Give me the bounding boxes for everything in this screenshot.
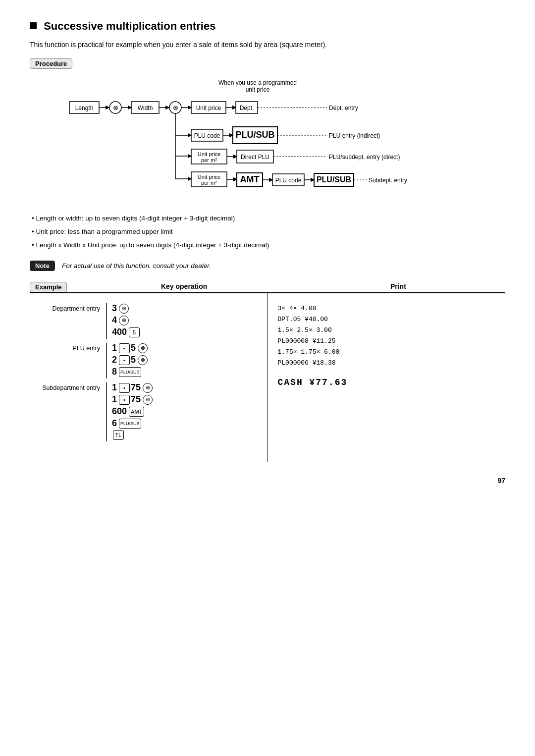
ko-num-3: 3	[112, 303, 117, 314]
svg-text:per m²: per m²	[201, 157, 217, 163]
subdept-row-2: 1 • 75 ⊗	[112, 394, 154, 405]
ko-num-75a: 75	[131, 382, 141, 393]
bullet-3: • Length x Width x Unit price: up to sev…	[32, 238, 505, 252]
svg-text:When you use a programmed: When you use a programmed	[218, 79, 297, 86]
subdept-row-4: 6 PLU/SUB	[112, 418, 142, 429]
ko-num-2a: 2	[112, 355, 117, 365]
subdept-row-1: 1 • 75 ⊗	[112, 382, 154, 393]
svg-text:Subdept. entry: Subdept. entry	[369, 177, 407, 184]
print-receipt: 3× 4× 4.00 DPT.05 ¥48.00 1.5× 2.5× 3.00 …	[278, 303, 496, 390]
ko-multiply-5: ⊗	[143, 383, 153, 393]
ko-dot-1: •	[119, 343, 130, 353]
ko-num-400: 400	[112, 327, 127, 337]
svg-text:PLU code: PLU code	[194, 132, 220, 139]
ko-dot-3: •	[119, 383, 130, 393]
subdept-entry-brace: 1 • 75 ⊗ 1 • 75 ⊗ 600 AMT	[106, 382, 154, 441]
svg-text:PLU/SUB: PLU/SUB	[235, 130, 274, 140]
example-body: Department entry 3 ⊗ 4 ⊗ 400 5	[30, 293, 505, 462]
ko-num-1b: 1	[112, 382, 117, 393]
print-line-4: PL000008 ¥11.25	[278, 336, 496, 347]
svg-text:Unit price: Unit price	[198, 174, 220, 180]
ko-key-plusub: PLU/SUB	[119, 367, 141, 377]
plu-entry-group: PLU entry 1 • 5 ⊗ 2 • 5 ⊗ 8	[40, 343, 258, 378]
ko-dot-4: •	[119, 395, 130, 405]
procedure-diagram: When you use a programmed unit price Len…	[64, 76, 471, 200]
dept-entry-group: Department entry 3 ⊗ 4 ⊗ 400 5	[40, 303, 258, 339]
page-title: Successive multiplication entries	[30, 20, 505, 33]
key-op-header: Key operation	[77, 282, 291, 292]
plu-entry-label: PLU entry	[40, 343, 104, 352]
print-line-6: PL000006 ¥18.38	[278, 358, 496, 369]
plu-row-3: 8 PLU/SUB	[112, 367, 142, 377]
print-total-line: CASH ¥77.63	[278, 375, 496, 390]
ko-multiply-4: ⊗	[138, 355, 148, 365]
example-header: Example Key operation Print	[30, 282, 505, 293]
dept-entry-label: Department entry	[40, 303, 104, 312]
diagram-area: When you use a programmed unit price Len…	[30, 76, 505, 200]
print-line-5: 1.75× 1.75× 6.00	[278, 347, 496, 358]
ko-multiply-2: ⊗	[119, 316, 129, 325]
svg-text:⊗: ⊗	[173, 104, 178, 111]
key-op-col: Department entry 3 ⊗ 4 ⊗ 400 5	[30, 293, 268, 462]
intro-text: This function is practical for example w…	[30, 41, 505, 49]
svg-text:AMT: AMT	[240, 174, 260, 184]
ko-num-5a: 5	[131, 343, 136, 353]
ko-num-75b: 75	[131, 394, 141, 405]
ko-num-1c: 1	[112, 394, 117, 405]
svg-text:PLU/SUB: PLU/SUB	[317, 175, 351, 184]
print-line-3: 1.5× 2.5× 3.00	[278, 325, 496, 336]
print-line-2: DPT.05 ¥48.00	[278, 314, 496, 325]
dept-row-2: 4 ⊗	[112, 315, 130, 325]
svg-text:Width: Width	[138, 105, 153, 111]
note-row: Note For actual use of this function, co…	[30, 261, 505, 271]
bullet-notes: • Length or width: up to seven digits (4…	[30, 212, 505, 252]
ko-key-plusub2: PLU/SUB	[119, 419, 141, 429]
dept-row-3: 400 5	[112, 327, 141, 337]
ko-num-6: 6	[112, 418, 117, 429]
subdept-entry-label: Subdepartment entry	[40, 382, 104, 391]
bullet-2: • Unit price: less than a programmed upp…	[32, 225, 505, 238]
svg-text:Dept.: Dept.	[240, 105, 254, 111]
ko-multiply-3: ⊗	[138, 343, 148, 353]
plu-row-1: 1 • 5 ⊗	[112, 343, 149, 353]
note-badge: Note	[30, 261, 55, 271]
print-header: Print	[291, 282, 505, 292]
subdept-row-5: TL	[112, 430, 125, 440]
ko-key-tl: TL	[113, 430, 124, 440]
print-line-blank	[278, 369, 496, 375]
subdept-entry-group: Subdepartment entry 1 • 75 ⊗ 1 • 75 ⊗	[40, 382, 258, 441]
ko-key-5-dept: 5	[129, 327, 140, 337]
procedure-badge: Procedure	[30, 58, 72, 69]
svg-text:Unit price: Unit price	[198, 151, 220, 157]
ko-num-4: 4	[112, 315, 117, 325]
ko-dot-2: •	[119, 355, 130, 365]
ko-num-600: 600	[112, 406, 127, 417]
svg-text:PLU/subdept. entry (direct): PLU/subdept. entry (direct)	[329, 154, 400, 161]
title-square-icon	[30, 22, 37, 29]
subdept-row-3: 600 AMT	[112, 406, 145, 417]
svg-text:per m²: per m²	[201, 180, 217, 186]
svg-text:unit price: unit price	[246, 86, 270, 93]
dept-row-1: 3 ⊗	[112, 303, 130, 314]
dept-entry-brace: 3 ⊗ 4 ⊗ 400 5	[106, 303, 141, 339]
ko-multiply-1: ⊗	[119, 304, 129, 314]
ko-key-amt: AMT	[129, 407, 144, 417]
note-text: For actual use of this function, consult…	[62, 262, 211, 270]
svg-text:Length: Length	[75, 105, 94, 111]
title-text: Successive multiplication entries	[44, 20, 215, 32]
svg-text:PLU code: PLU code	[275, 177, 302, 184]
ko-num-8: 8	[112, 367, 117, 377]
plu-entry-brace: 1 • 5 ⊗ 2 • 5 ⊗ 8 PLU/SUB	[106, 343, 149, 378]
svg-text:⊗: ⊗	[113, 104, 118, 111]
svg-text:Unit price: Unit price	[196, 105, 221, 111]
ko-multiply-6: ⊗	[143, 395, 153, 405]
ko-num-1a: 1	[112, 343, 117, 353]
example-section: Example Key operation Print Department e…	[30, 282, 505, 462]
svg-text:Dept. entry: Dept. entry	[329, 105, 358, 111]
ko-num-5b: 5	[131, 355, 136, 365]
print-line-1: 3× 4× 4.00	[278, 303, 496, 314]
svg-text:Direct PLU: Direct PLU	[241, 154, 269, 161]
print-col: 3× 4× 4.00 DPT.05 ¥48.00 1.5× 2.5× 3.00 …	[268, 293, 506, 462]
plu-row-2: 2 • 5 ⊗	[112, 355, 149, 365]
page-number: 97	[30, 477, 505, 485]
